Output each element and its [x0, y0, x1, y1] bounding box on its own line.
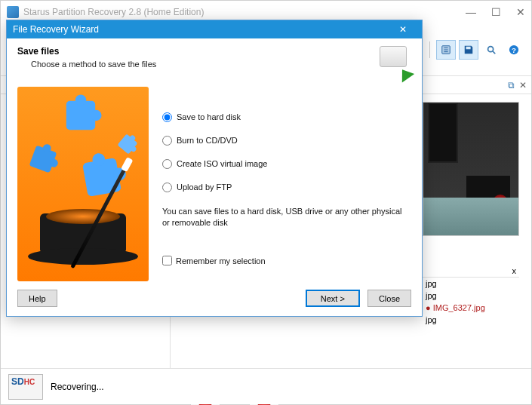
minimize-button[interactable]: —	[466, 6, 476, 18]
radio-cd[interactable]	[162, 136, 172, 146]
close-button[interactable]: ✕	[516, 6, 525, 18]
wizard-options: Save to hard disk Burn to CD/DVD Create …	[162, 87, 411, 281]
remember-selection[interactable]: Remember my selection	[162, 256, 411, 265]
maximize-button[interactable]: ☐	[491, 6, 501, 18]
status-text: Recovering...	[51, 382, 104, 392]
window-controls: — ☐ ✕	[466, 6, 525, 18]
view-button[interactable]	[436, 40, 456, 60]
next-button[interactable]: Next >	[306, 290, 360, 307]
wizard-title: File Recovery Wizard	[13, 24, 99, 35]
status-bar: SDHC Recovering...	[1, 368, 531, 404]
svg-text:?: ?	[512, 45, 516, 54]
radio-iso[interactable]	[162, 159, 172, 169]
option-create-iso[interactable]: Create ISO virtual image	[162, 159, 411, 169]
option-burn-cd[interactable]: Burn to CD/DVD	[162, 136, 411, 146]
wizard-header: Save files Choose a method to save the f…	[7, 38, 422, 84]
close-button-wizard[interactable]: Close	[367, 290, 411, 307]
help-toolbar-button[interactable]: ?	[504, 40, 524, 60]
wizard-heading: Save files	[17, 46, 380, 57]
pane-close-icon[interactable]: ✕	[519, 80, 527, 91]
popout-icon[interactable]: ⧉	[508, 80, 515, 91]
remember-checkbox[interactable]	[162, 256, 172, 265]
option-description: You can save files to a hard disk, USB d…	[162, 206, 411, 229]
main-window-title: Starus Partition Recovery 2.8 (Home Edit…	[23, 7, 204, 17]
help-button[interactable]: Help	[17, 290, 57, 307]
sd-card-icon: SDHC	[8, 374, 43, 400]
radio-ftp[interactable]	[162, 183, 172, 192]
search-toolbar-button[interactable]	[481, 40, 501, 60]
option-upload-ftp[interactable]: Upload by FTP	[162, 183, 411, 192]
svg-point-1	[488, 46, 494, 51]
wizard-subheading: Choose a method to save the files	[17, 60, 380, 69]
toolbar-divider	[429, 41, 430, 58]
close-icon: ✕	[399, 24, 407, 35]
file-recovery-wizard-dialog: File Recovery Wizard ✕ Save files Choose…	[6, 20, 423, 317]
wizard-body: Save to hard disk Burn to CD/DVD Create …	[7, 84, 422, 287]
wizard-titlebar[interactable]: File Recovery Wizard ✕	[7, 20, 422, 38]
wizard-close-button[interactable]: ✕	[390, 22, 416, 37]
wizard-footer: Help Next > Close	[7, 287, 422, 316]
option-save-hdd[interactable]: Save to hard disk	[162, 112, 411, 122]
radio-hdd[interactable]	[162, 112, 172, 122]
save-toolbar-button[interactable]	[459, 40, 478, 60]
hard-disk-icon	[380, 46, 411, 78]
wizard-illustration	[17, 87, 149, 281]
app-icon	[7, 6, 19, 18]
